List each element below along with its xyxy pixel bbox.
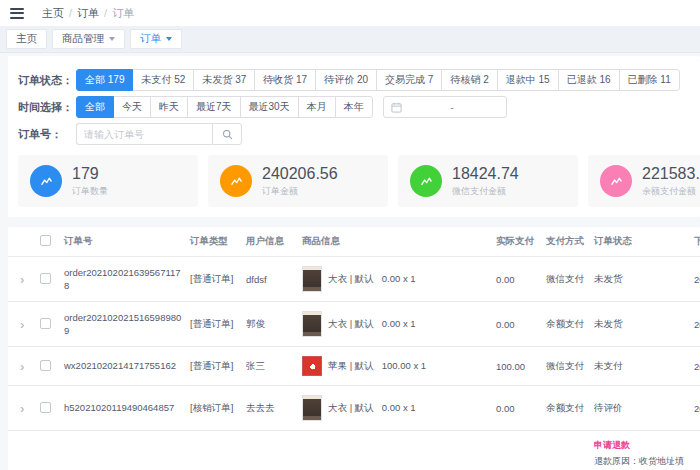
product-price-qty: 100.00 x 1 [382, 360, 426, 371]
row-checkbox[interactable] [40, 360, 51, 371]
expand-header [8, 227, 36, 257]
date-range-separator: - [406, 102, 499, 113]
tab-bar: 主页 商品管理 订单 [0, 26, 700, 53]
order-type-cell: [普通订单] [186, 431, 242, 470]
paid-amount-cell: 100.00 [492, 347, 542, 386]
product-text: 大衣 | 默认0.00 x 1 [328, 401, 488, 414]
status-filter-option[interactable]: 未支付 52 [132, 69, 194, 91]
breadcrumb-item-home[interactable]: 主页 [42, 6, 64, 21]
order-type-cell: [普通订单] [186, 257, 242, 302]
chevron-down-icon [166, 37, 172, 44]
stat-text: 18424.74微信支付金额 [452, 165, 519, 198]
refund-reason-label: 退款原因： [594, 456, 639, 466]
time-filter-option[interactable]: 本年 [335, 96, 373, 118]
date-range-picker[interactable]: - [383, 96, 507, 118]
user-cell: 去去去 [242, 386, 298, 431]
order-time-cell: 2021- [690, 347, 700, 386]
breadcrumb-item-current: 订单 [112, 6, 134, 21]
hamburger-menu-icon[interactable] [10, 8, 24, 19]
pay-method-cell: 余额支付 [542, 431, 590, 470]
table-row: ›order2021020216395671178[普通订单]dfdsf大衣 |… [8, 257, 700, 302]
order-no-row: 订单号： [18, 123, 690, 145]
status-filter-option[interactable]: 已删除 11 [619, 69, 680, 91]
order-status: 未发货 [594, 273, 623, 284]
main-content: 订单状态： 全部 179未支付 52未发货 37待收货 17待评价 20交易完成… [0, 53, 700, 470]
stat-text: 179订单数量 [72, 165, 108, 198]
select-all-checkbox[interactable] [40, 235, 51, 246]
status-filter-option[interactable]: 全部 179 [76, 69, 133, 91]
status-filter-option[interactable]: 待评价 20 [315, 69, 377, 91]
status-filter-option[interactable]: 待核销 2 [441, 69, 497, 91]
row-checkbox[interactable] [40, 273, 51, 284]
order-status-cell: 未发货 [590, 257, 690, 302]
tab-orders[interactable]: 订单 [130, 29, 182, 49]
expand-cell: › [8, 347, 36, 386]
product-item: 大衣 | 默认0.00 x 1 [302, 395, 488, 421]
status-filter-option[interactable]: 退款中 15 [497, 69, 559, 91]
product-text: 大衣 | 默认0.00 x 1 [328, 272, 488, 285]
column-header: 用户信息 [242, 227, 298, 257]
status-filter-option[interactable]: 交易完成 7 [376, 69, 442, 91]
stat-cards: 179订单数量240206.56订单金额18424.74微信支付金额221583… [18, 155, 690, 207]
stat-label: 微信支付金额 [452, 185, 519, 198]
expand-row-button[interactable]: › [12, 273, 24, 286]
stat-value: 179 [72, 165, 108, 183]
time-filter-option[interactable]: 最近30天 [240, 96, 299, 118]
order-no: order2021020215165989809 [64, 311, 182, 338]
expand-cell: › [8, 302, 36, 347]
chevron-down-icon [109, 37, 115, 44]
time-filter-option[interactable]: 今天 [113, 96, 151, 118]
time-filter-option[interactable]: 本月 [298, 96, 336, 118]
order-no-cell: order2021020215165989809 [60, 302, 186, 347]
expand-cell: › [8, 431, 36, 470]
product-item: 苹果 | 默认100.00 x 1 [302, 356, 488, 376]
product-text: 大衣 | 默认0.00 x 1 [328, 317, 488, 330]
status-filter-option[interactable]: 待收货 17 [254, 69, 316, 91]
tab-product-management[interactable]: 商品管理 [52, 29, 125, 49]
column-header: 订单类型 [186, 227, 242, 257]
expand-row-button[interactable]: › [12, 360, 24, 373]
order-status-cell: 未支付 [590, 347, 690, 386]
search-button[interactable] [212, 123, 242, 145]
table-row: ›order2021020215165989809[普通订单]郭俊大衣 | 默认… [8, 302, 700, 347]
time-filter-option[interactable]: 昨天 [150, 96, 188, 118]
stat-card: 221583.余额支付金额 [588, 155, 700, 207]
product-price-qty: 0.00 x 1 [382, 402, 416, 413]
orders-table: 订单号订单类型用户信息商品信息实际支付支付方式订单状态下单 ›order2021… [8, 227, 700, 470]
stat-value: 221583. [642, 165, 700, 183]
order-status-cell: 待评价 [590, 386, 690, 431]
pay-method-cell: 余额支付 [542, 302, 590, 347]
row-checkbox[interactable] [40, 402, 51, 413]
product-text: 苹果 | 默认100.00 x 1 [328, 359, 488, 372]
row-checkbox[interactable] [40, 318, 51, 329]
pay-method-cell: 微信支付 [542, 257, 590, 302]
refund-reason-line: 退款原因：收货地址填错了 [594, 454, 686, 470]
calendar-icon [391, 102, 402, 113]
tab-label: 主页 [16, 32, 37, 46]
table-row: ›h52021020117112275970[普通订单]王飞【烈儿推荐/周杰伦同… [8, 431, 700, 470]
order-time-cell: 2021- [690, 302, 700, 347]
tab-home[interactable]: 主页 [6, 29, 47, 49]
expand-row-button[interactable]: › [12, 402, 24, 415]
product-item: 大衣 | 默认0.00 x 1 [302, 266, 488, 292]
order-time-cell: 2021- [690, 257, 700, 302]
stat-value: 18424.74 [452, 165, 519, 183]
time-filter-option[interactable]: 全部 [76, 96, 114, 118]
user-cell: 张三 [242, 347, 298, 386]
products-cell: 【烈儿推荐/周杰伦同款】HLA/海澜之家长袖针织衫2020秋季上衣男-3 | 深… [298, 431, 492, 470]
time-filter-option[interactable]: 最近7天 [187, 96, 241, 118]
order-no-input[interactable] [76, 123, 212, 145]
stat-chart-icon [30, 165, 62, 197]
checkbox-cell [36, 431, 60, 470]
status-filter-option[interactable]: 未发货 37 [193, 69, 255, 91]
products-cell: 大衣 | 默认0.00 x 1 [298, 386, 492, 431]
status-filter-option[interactable]: 已退款 16 [558, 69, 620, 91]
breadcrumb-item-orders[interactable]: 订单 [77, 6, 99, 21]
order-no-label: 订单号： [18, 127, 76, 142]
products-cell: 苹果 | 默认100.00 x 1 [298, 347, 492, 386]
expand-row-button[interactable]: › [12, 318, 24, 331]
products-cell: 大衣 | 默认0.00 x 1 [298, 302, 492, 347]
order-no-cell: h52021020117112275970 [60, 431, 186, 470]
product-name-variant: 大衣 | 默认 [328, 402, 374, 413]
order-time-cell: 2021- [690, 386, 700, 431]
